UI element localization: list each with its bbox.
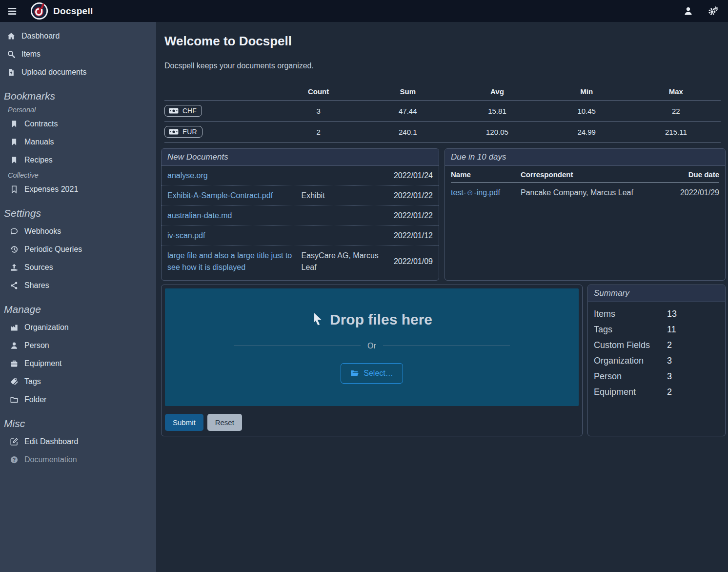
sidebar-item-sources[interactable]: Sources: [0, 259, 156, 276]
sidebar-item-label: Expenses 2021: [24, 185, 78, 194]
menu-icon[interactable]: [7, 6, 18, 17]
sidebar-item-label: Recipes: [24, 156, 53, 164]
stats-header-avg: Avg: [452, 83, 542, 101]
stats-header-count: Count: [274, 83, 363, 101]
document-date: 2022/01/24: [386, 171, 433, 180]
stat-min: 24.99: [542, 122, 631, 143]
stat-sum: 47.44: [363, 101, 452, 122]
reset-button[interactable]: Reset: [207, 414, 242, 431]
due-row: test-☺-ing.pdf Pancake Company, Marcus L…: [451, 183, 719, 204]
stats-header-row: Count Sum Avg Min Max: [164, 83, 721, 101]
user-menu-icon[interactable]: [683, 6, 693, 16]
summary-label: Person: [594, 371, 667, 382]
topbar: Docspell: [0, 0, 728, 22]
or-divider: Or: [234, 342, 510, 350]
panel-title: Due in 10 days: [445, 149, 725, 166]
briefcase-icon: [10, 359, 19, 368]
brand-name: Docspell: [53, 6, 93, 17]
document-link[interactable]: australian-date.md: [167, 210, 298, 222]
submit-button[interactable]: Submit: [165, 414, 203, 431]
document-link[interactable]: analyse.org: [167, 170, 298, 182]
sidebar-section-settings: Settings: [4, 207, 152, 219]
sidebar-item-manuals[interactable]: Manuals: [0, 134, 156, 150]
due-date: 2022/01/29: [663, 183, 720, 204]
bookmark-icon: [10, 120, 19, 128]
panel-title: New Documents: [162, 149, 439, 166]
summary-row: Items 13: [588, 306, 725, 322]
currency-label: CHF: [182, 107, 197, 115]
bookmarks-personal-label: Personal: [8, 106, 148, 114]
document-correspondent: Exhibit: [302, 190, 383, 202]
due-correspondent: Pancake Company, Marcus Leaf: [521, 183, 663, 204]
document-date: 2022/01/22: [386, 211, 433, 220]
due-table: Name Correspondent Due date test-☺-ing.p…: [451, 166, 719, 203]
sidebar-item-label: Tags: [24, 377, 41, 386]
sidebar-section-bookmarks: Bookmarks: [4, 90, 152, 102]
page-subtitle: Docspell keeps your documents organized.: [164, 61, 726, 70]
settings-gears-icon[interactable]: [708, 6, 718, 16]
sidebar-item-periodic-queries[interactable]: Periodic Queries: [0, 241, 156, 258]
document-link[interactable]: iv-scan.pdf: [167, 230, 298, 242]
divider-line: [383, 346, 510, 346]
sidebar-item-contracts[interactable]: Contracts: [0, 116, 156, 132]
sidebar-item-person[interactable]: Person: [0, 337, 156, 354]
person-icon: [10, 341, 19, 350]
tags-icon: [10, 377, 19, 386]
edit-icon: [10, 437, 19, 446]
select-files-label: Select…: [364, 369, 393, 378]
stats-table: Count Sum Avg Min Max: [164, 83, 721, 143]
or-label: Or: [367, 342, 376, 350]
brand[interactable]: Docspell: [30, 2, 93, 20]
sidebar-item-equipment[interactable]: Equipment: [0, 355, 156, 372]
upload-panel: Drop files here Or Select…: [161, 285, 583, 436]
summary-value: 3: [667, 371, 672, 382]
home-icon: [7, 32, 16, 41]
document-link[interactable]: large file and also a large title just t…: [167, 250, 298, 273]
sidebar-item-label: Sources: [24, 263, 53, 272]
summary-value: 2: [667, 340, 672, 350]
sidebar-item-webhooks[interactable]: Webhooks: [0, 223, 156, 240]
sidebar-item-label: Manuals: [24, 138, 54, 146]
due-header-row: Name Correspondent Due date: [451, 166, 719, 183]
stats-header-sum: Sum: [363, 83, 452, 101]
sidebar-item-edit-dashboard[interactable]: Edit Dashboard: [0, 433, 156, 450]
summary-list: Items 13 Tags 11 Custom Fields 2 Organiz…: [588, 302, 725, 404]
summary-label: Equipment: [594, 387, 667, 397]
money-bill-icon: [169, 128, 179, 135]
sidebar-item-label: Folder: [24, 395, 46, 404]
sidebar-item-documentation[interactable]: ? Documentation: [0, 451, 156, 468]
select-files-button[interactable]: Select…: [341, 363, 403, 384]
docspell-logo-icon: [30, 2, 48, 20]
file-upload-icon: [7, 68, 16, 77]
sidebar-item-label: Dasbhoard: [21, 32, 60, 41]
bookmark-icon: [10, 156, 19, 164]
new-documents-list: analyse.org 2022/01/24 Exhibit-A-Sample-…: [162, 166, 439, 277]
sidebar-item-label: Documentation: [24, 455, 77, 464]
sidebar-item-items[interactable]: Items: [0, 46, 156, 62]
mouse-pointer-icon: [311, 312, 324, 327]
currency-label: EUR: [182, 128, 197, 136]
sidebar-item-organization[interactable]: Organization: [0, 319, 156, 336]
sidebar-item-recipes[interactable]: Recipes: [0, 152, 156, 168]
file-dropzone[interactable]: Drop files here Or Select…: [165, 288, 579, 406]
sidebar-section-misc: Misc: [4, 418, 152, 429]
sidebar-item-shares[interactable]: Shares: [0, 277, 156, 294]
stats-row-eur: EUR 2 240.1 120.05 24.99 215.11: [164, 122, 721, 143]
stat-avg: 15.81: [452, 101, 542, 122]
drop-label: Drop files here: [330, 311, 432, 328]
comment-icon: [10, 227, 19, 236]
document-link[interactable]: test-☺-ing.pdf: [451, 188, 500, 197]
svg-text:?: ?: [13, 457, 16, 463]
currency-badge: EUR: [164, 126, 202, 138]
summary-value: 11: [667, 324, 676, 335]
sidebar-item-expenses-2021[interactable]: Expenses 2021: [0, 181, 156, 198]
sidebar-item-label: Contracts: [24, 120, 58, 128]
currency-badge: CHF: [164, 105, 202, 117]
summary-label: Custom Fields: [594, 340, 667, 350]
sidebar-item-tags[interactable]: Tags: [0, 373, 156, 390]
sidebar-item-dashboard[interactable]: Dasbhoard: [0, 28, 156, 44]
sidebar-item-upload-documents[interactable]: Upload documents: [0, 64, 156, 81]
sidebar-item-folder[interactable]: Folder: [0, 391, 156, 408]
due-header-name: Name: [451, 166, 521, 183]
document-link[interactable]: Exhibit-A-Sample-Contract.pdf: [167, 190, 298, 202]
